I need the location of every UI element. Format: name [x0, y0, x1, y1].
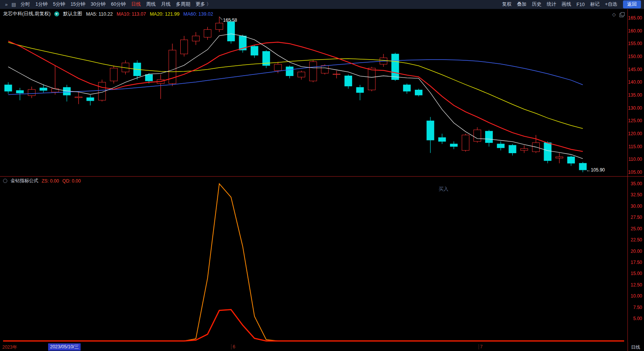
svg-text:165.58: 165.58	[223, 18, 237, 23]
svg-text:160.00: 160.00	[628, 28, 642, 34]
ma5-legend: MA5: 110.22	[86, 11, 113, 17]
overlay-button[interactable]: 叠加	[514, 1, 529, 8]
svg-text:17.50: 17.50	[631, 260, 642, 265]
svg-text:30.00: 30.00	[631, 204, 642, 209]
svg-text:←105.90: ←105.90	[586, 167, 605, 173]
ma-line-ma20	[8, 42, 583, 129]
svg-text:105.00: 105.00	[628, 170, 642, 175]
svg-text:35.00: 35.00	[631, 181, 642, 186]
statistics-button[interactable]: 统计	[544, 1, 559, 8]
ma60-legend: MA60: 139.02	[183, 11, 213, 17]
add-watchlist-button[interactable]: +自选	[602, 1, 620, 8]
axis-divider	[628, 342, 628, 351]
qd-value-label: QD: 0.00	[62, 178, 81, 184]
zs-value-label: ZS: 0.00	[42, 178, 59, 184]
svg-text:25.00: 25.00	[631, 226, 642, 231]
windows-icon[interactable]	[620, 12, 624, 17]
svg-text:150.00: 150.00	[628, 54, 642, 59]
svg-text:145.00: 145.00	[628, 67, 642, 72]
svg-text:115.00: 115.00	[628, 144, 642, 149]
svg-text:110.00: 110.00	[628, 157, 642, 162]
svg-text:165.00: 165.00	[628, 15, 642, 21]
ma20-legend: MA20: 121.99	[150, 11, 180, 17]
candles-layer	[5, 16, 586, 172]
svg-text:130.00: 130.00	[628, 105, 642, 111]
period-tab-more[interactable]: 更多 〉	[193, 1, 214, 8]
svg-text:5.00: 5.00	[633, 316, 642, 321]
main-indicator-selector-icon[interactable]	[54, 11, 59, 16]
ma-line-ma60	[8, 60, 583, 95]
top-toolbar: » ▤ 分时 1分钟 5分钟 15分钟 30分钟 60分钟 日线 周线 月线 多…	[0, 0, 644, 9]
period-tab-5min[interactable]: 5分钟	[50, 1, 68, 8]
ma10-legend: MA10: 113.07	[117, 11, 146, 17]
stock-title: 龙芯中科(日线,前复权)	[3, 11, 50, 17]
timeline-month-mark: 6	[231, 344, 235, 349]
chart-area: 165.00160.00155.00150.00145.00140.00135.…	[0, 9, 644, 342]
period-tab-30min[interactable]: 30分钟	[88, 1, 108, 8]
back-button[interactable]: 返回	[623, 0, 641, 8]
ma-line-ma5	[8, 34, 583, 159]
timeline-year: 2023年	[2, 344, 17, 351]
indicator-collapse-icon[interactable]	[3, 179, 7, 183]
svg-text:20.00: 20.00	[631, 249, 642, 254]
ma-line-ma10	[8, 41, 583, 152]
mark-button[interactable]: 标记	[587, 1, 602, 8]
ma-lines-layer	[8, 34, 583, 159]
period-tab-daily[interactable]: 日线	[128, 1, 143, 8]
svg-text:15.00: 15.00	[631, 271, 642, 276]
draw-line-button[interactable]: 画线	[559, 1, 574, 8]
svg-text:135.00: 135.00	[628, 92, 642, 98]
svg-text:32.50: 32.50	[631, 192, 642, 197]
indicator-axis-ticks: 35.0032.5030.0027.5025.0022.5020.0017.50…	[631, 181, 642, 321]
main-chart-header: 龙芯中科(日线,前复权) 默认主图 MA5: 110.22 MA10: 113.…	[3, 11, 213, 17]
period-tab-15min[interactable]: 15分钟	[68, 1, 88, 8]
svg-text:7.50: 7.50	[633, 305, 642, 310]
chart-corner-icons: ◇	[612, 12, 624, 17]
indicator-header: 金钻指标公式 ZS: 0.00 QD: 0.00	[3, 178, 81, 184]
price-axis-ticks: 165.00160.00155.00150.00145.00140.00135.…	[628, 15, 642, 175]
timeline-bar[interactable]: 2023年 2023/05/10/三 日线 67	[0, 342, 644, 351]
indicator-lines-layer	[3, 184, 624, 341]
chart-canvas[interactable]: 165.00160.00155.00150.00145.00140.00135.…	[0, 9, 644, 342]
indicator-line-zs	[3, 310, 624, 341]
history-button[interactable]: 历史	[529, 1, 544, 8]
svg-text:12.50: 12.50	[631, 282, 642, 288]
diamond-icon[interactable]: ◇	[612, 12, 616, 17]
toolbar-actions: 复权 叠加 历史 统计 画线 F10 标记 +自选 返回	[499, 0, 641, 8]
period-tab-monthly[interactable]: 月线	[158, 1, 173, 8]
indicator-line-qd	[3, 184, 624, 341]
timeline-period-label: 日线	[631, 344, 640, 351]
period-tab-1min[interactable]: 1分钟	[33, 1, 50, 8]
period-tab-intraday[interactable]: 分时	[18, 1, 33, 8]
svg-text:10.00: 10.00	[631, 293, 642, 299]
svg-text:155.00: 155.00	[628, 41, 642, 46]
period-tab-multi[interactable]: 多周期	[173, 1, 193, 8]
f10-button[interactable]: F10	[574, 2, 587, 7]
indicator-title: 金钻指标公式	[11, 178, 38, 184]
period-tab-60min[interactable]: 60分钟	[108, 1, 128, 8]
timeline-month-mark: 7	[479, 344, 483, 349]
layout-grid-icon[interactable]: ▤	[10, 2, 18, 7]
collapse-icon[interactable]: »	[3, 2, 10, 7]
adjust-price-button[interactable]: 复权	[499, 1, 514, 8]
buy-signal-label: 买入	[439, 186, 448, 192]
svg-text:22.50: 22.50	[631, 237, 642, 243]
period-tab-weekly[interactable]: 周线	[143, 1, 158, 8]
svg-text:120.00: 120.00	[628, 131, 642, 136]
timeline-start-date: 2023/05/10/三	[48, 343, 81, 351]
svg-text:140.00: 140.00	[628, 79, 642, 85]
svg-text:125.00: 125.00	[628, 118, 642, 123]
svg-text:27.50: 27.50	[631, 215, 642, 220]
chart-frame	[0, 9, 644, 342]
overlay-label[interactable]: 默认主图	[63, 11, 82, 17]
